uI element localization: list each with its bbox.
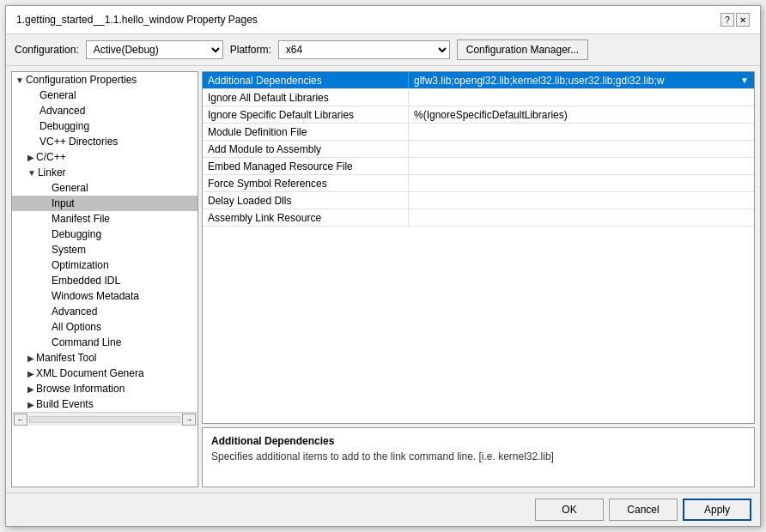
prop-name-delay-loaded: Delay Loaded Dlls	[203, 192, 409, 209]
tree-item-label-debugging: Debugging	[40, 120, 89, 132]
prop-row-module-def[interactable]: Module Definition File	[203, 124, 754, 141]
tree-item-label-linker-embedded: Embedded IDL	[52, 275, 120, 287]
tree-item-label-cpp: C/C++	[36, 151, 66, 163]
tree-item-linker-cmdline[interactable]: Command Line	[12, 335, 198, 350]
tree-item-linker-advanced[interactable]: Advanced	[12, 304, 198, 319]
horizontal-scroll: ← →	[12, 412, 198, 426]
apply-button[interactable]: Apply	[683, 499, 751, 521]
tree-item-label-linker-cmdline: Command Line	[52, 336, 121, 348]
config-label: Configuration:	[15, 44, 79, 56]
tree-item-manifest-tool[interactable]: ▶Manifest Tool	[12, 350, 198, 366]
tree-item-config-props[interactable]: ▼Configuration Properties	[12, 72, 198, 88]
description-text: Specifies additional items to add to the…	[211, 450, 745, 462]
tree-item-cpp[interactable]: ▶C/C++	[12, 149, 198, 165]
tree-item-linker-opt[interactable]: Optimization	[12, 257, 198, 273]
properties-table: Additional Dependenciesglfw3.lib;opengl3…	[202, 71, 755, 424]
prop-row-delay-loaded[interactable]: Delay Loaded Dlls	[203, 192, 754, 209]
tree-item-browse-info[interactable]: ▶Browse Information	[12, 381, 198, 396]
prop-dropdown-additional-deps[interactable]: ▼	[740, 76, 749, 85]
prop-value-module-def	[409, 124, 754, 140]
tree-item-label-linker-input: Input	[52, 197, 75, 209]
config-bar: Configuration: Active(Debug) Platform: x…	[6, 34, 760, 66]
tree-item-label-build-events: Build Events	[36, 398, 94, 410]
help-button[interactable]: ?	[720, 13, 734, 27]
tree-item-label-general: General	[40, 89, 76, 101]
prop-row-force-symbol[interactable]: Force Symbol References	[203, 175, 754, 192]
props-container: Additional Dependenciesglfw3.lib;opengl3…	[203, 72, 754, 227]
prop-name-force-symbol: Force Symbol References	[203, 175, 409, 191]
tree-item-label-browse-info: Browse Information	[36, 383, 125, 395]
tree-item-linker-winmeta[interactable]: Windows Metadata	[12, 288, 198, 304]
description-title: Additional Dependencies	[211, 435, 745, 447]
prop-value-add-module	[409, 141, 754, 157]
prop-value-embed-managed	[409, 158, 754, 174]
tree-item-label-linker: Linker	[38, 166, 66, 178]
platform-select[interactable]: x64	[278, 40, 450, 59]
prop-row-add-module[interactable]: Add Module to Assembly	[203, 141, 754, 158]
tree-item-label-linker-general: General	[52, 182, 88, 194]
tree-item-label-xml-doc: XML Document Genera	[36, 367, 144, 379]
tree-item-linker-general[interactable]: General	[12, 180, 198, 196]
tree-item-linker-allopts[interactable]: All Options	[12, 319, 198, 335]
config-manager-button[interactable]: Configuration Manager...	[457, 39, 588, 60]
bottom-bar: OK Cancel Apply	[6, 493, 760, 526]
tree-item-linker-system[interactable]: System	[12, 242, 198, 257]
platform-label: Platform:	[230, 44, 271, 56]
prop-name-assembly-link: Assembly Link Resource	[203, 209, 409, 226]
prop-row-embed-managed[interactable]: Embed Managed Resource File	[203, 158, 754, 175]
tree-item-label-advanced: Advanced	[40, 105, 85, 117]
expand-icon: ▶	[27, 400, 34, 409]
prop-row-ignore-specific[interactable]: Ignore Specific Default Libraries%(Ignor…	[203, 106, 754, 124]
tree-item-linker-manifest[interactable]: Manifest File	[12, 211, 198, 227]
tree-item-vcpp-dirs[interactable]: VC++ Directories	[12, 134, 198, 149]
prop-value-assembly-link	[409, 209, 754, 226]
tree-item-label-linker-debug: Debugging	[52, 228, 101, 240]
prop-name-additional-deps: Additional Dependencies	[203, 72, 409, 88]
tree-item-debugging[interactable]: Debugging	[12, 118, 198, 134]
prop-row-assembly-link[interactable]: Assembly Link Resource	[203, 209, 754, 227]
tree-item-label-linker-allopts: All Options	[52, 321, 101, 333]
tree-container: ▼Configuration PropertiesGeneralAdvanced…	[12, 72, 198, 412]
prop-name-add-module: Add Module to Assembly	[203, 141, 409, 157]
prop-name-embed-managed: Embed Managed Resource File	[203, 158, 409, 174]
expand-icon: ▶	[27, 369, 34, 378]
tree-item-xml-doc[interactable]: ▶XML Document Genera	[12, 366, 198, 381]
title-bar: 1.getting_started__1.1.hello_window Prop…	[6, 6, 760, 34]
prop-name-ignore-all: Ignore All Default Libraries	[203, 89, 409, 106]
tree-item-linker-input[interactable]: Input	[12, 196, 198, 211]
title-bar-controls: ? ✕	[720, 13, 750, 27]
close-button[interactable]: ✕	[736, 13, 750, 27]
expand-icon: ▶	[27, 384, 34, 394]
tree-item-label-config-props: Configuration Properties	[26, 74, 137, 86]
tree-item-linker[interactable]: ▼Linker	[12, 165, 198, 180]
cancel-button[interactable]: Cancel	[609, 499, 678, 521]
tree-item-label-linker-opt: Optimization	[52, 259, 109, 271]
ok-button[interactable]: OK	[535, 499, 604, 521]
prop-value-delay-loaded	[409, 192, 754, 209]
tree-item-advanced[interactable]: Advanced	[12, 103, 198, 118]
tree-item-label-vcpp-dirs: VC++ Directories	[40, 136, 118, 148]
prop-row-ignore-all[interactable]: Ignore All Default Libraries	[203, 89, 754, 106]
left-panel-tree: ▼Configuration PropertiesGeneralAdvanced…	[11, 71, 198, 487]
prop-value-additional-deps: glfw3.lib;opengl32.lib;kernel32.lib;user…	[409, 72, 754, 88]
tree-item-general[interactable]: General	[12, 88, 198, 103]
tree-item-label-linker-winmeta: Windows Metadata	[52, 290, 139, 302]
scroll-right-button[interactable]: →	[182, 414, 196, 426]
scroll-left-button[interactable]: ←	[14, 414, 27, 426]
prop-name-ignore-specific: Ignore Specific Default Libraries	[203, 106, 409, 123]
prop-value-force-symbol	[409, 175, 754, 191]
collapse-icon: ▼	[15, 76, 24, 85]
tree-item-label-linker-advanced: Advanced	[52, 305, 97, 317]
dialog-title: 1.getting_started__1.1.hello_window Prop…	[16, 14, 258, 26]
tree-item-label-linker-system: System	[52, 244, 86, 256]
prop-row-additional-deps[interactable]: Additional Dependenciesglfw3.lib;opengl3…	[203, 72, 754, 89]
description-panel: Additional Dependencies Specifies additi…	[202, 427, 755, 487]
expand-icon: ▶	[27, 153, 34, 162]
tree-item-linker-embedded[interactable]: Embedded IDL	[12, 273, 198, 288]
tree-item-label-linker-manifest: Manifest File	[52, 213, 110, 225]
tree-item-linker-debug[interactable]: Debugging	[12, 227, 198, 242]
tree-item-build-events[interactable]: ▶Build Events	[12, 396, 198, 412]
prop-value-ignore-all	[409, 89, 754, 106]
configuration-select[interactable]: Active(Debug)	[86, 40, 223, 59]
property-pages-dialog: 1.getting_started__1.1.hello_window Prop…	[5, 5, 761, 527]
